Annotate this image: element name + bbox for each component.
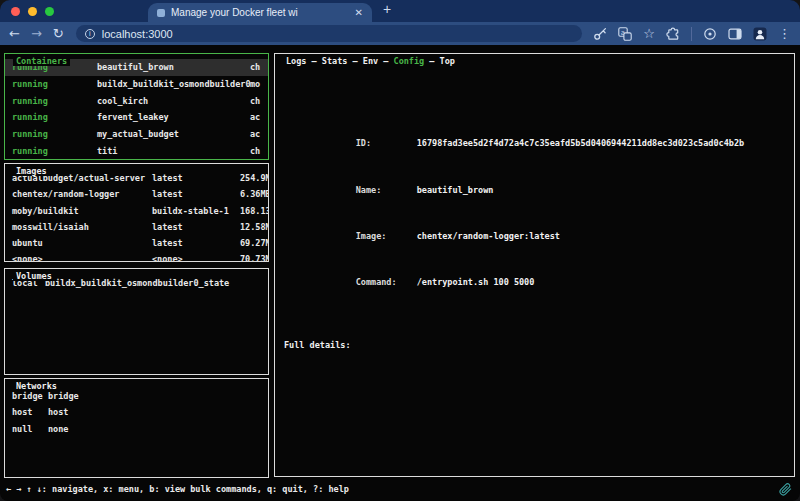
image-name: mosswill/isaiah xyxy=(12,219,152,235)
image-size: 6.36MB xyxy=(240,186,268,202)
image-tag: latest xyxy=(152,186,240,202)
translate-icon[interactable]: a xyxy=(618,27,632,41)
image-row[interactable]: mosswill/isaiah latest 12.58M xyxy=(5,219,268,235)
container-name: buildx_buildkit_osmondbuilder0 xyxy=(97,76,250,93)
image-name: moby/buildkit xyxy=(12,203,152,219)
detail-tab[interactable]: Logs xyxy=(286,56,306,66)
config-line: Created: "2023-12-10T00:21:41.938158712Z… xyxy=(284,468,794,476)
config-yaml: Id: "16798fad3ee5d2f4d72a4c7c35eafd5b5d0… xyxy=(284,382,794,476)
detail-tab[interactable]: — Env xyxy=(347,56,378,66)
help-text: ← → ↑ ↓: navigate, x: menu, b: view bulk… xyxy=(6,484,349,494)
config-overview: ID:16798fad3ee5d2f4d72a4c7c35eafd5b5d040… xyxy=(284,79,794,294)
statusbar: ← → ↑ ↓: navigate, x: menu, b: view bulk… xyxy=(0,480,800,498)
container-config-view: ID:16798fad3ee5d2f4d72a4c7c35eafd5b5d040… xyxy=(275,54,794,476)
volumes-panel: Volumes local buildx_buildkit_osmondbuil… xyxy=(4,268,269,375)
reload-icon[interactable]: ↻ xyxy=(53,27,64,40)
volumes-panel-title[interactable]: Volumes xyxy=(13,271,55,281)
paperclip-link-icon[interactable] xyxy=(779,483,792,496)
network-row[interactable]: host host xyxy=(5,404,268,420)
image-size: 168.13 xyxy=(240,203,268,219)
image-size: 70.73M xyxy=(240,251,268,262)
image-size: 12.58M xyxy=(240,219,268,235)
back-icon[interactable]: ← xyxy=(9,27,20,40)
container-image: mo xyxy=(250,76,261,93)
image-row[interactable]: moby/buildkit buildx-stable-1 168.13 xyxy=(5,203,268,219)
titlebar: Manage your Docker fleet wi ✕ + xyxy=(0,0,800,22)
image-row[interactable]: ubuntu latest 69.27M xyxy=(5,235,268,251)
overview-key: Command: xyxy=(356,274,417,290)
tab-close-icon[interactable]: ✕ xyxy=(355,7,363,18)
container-row[interactable]: running my_actual_budget ac xyxy=(5,126,268,143)
container-name: my_actual_budget xyxy=(97,126,250,143)
networks-panel-title[interactable]: Networks xyxy=(13,381,60,391)
detail-tab[interactable]: — Stats xyxy=(306,56,347,66)
container-row[interactable]: running fervent_leakey ac xyxy=(5,109,268,126)
container-status: running xyxy=(12,143,97,160)
overview-key: Name: xyxy=(356,182,417,198)
tab-title: Manage your Docker fleet wi xyxy=(171,7,349,18)
zoom-window-button[interactable] xyxy=(45,7,54,16)
bookmark-star-icon[interactable]: ☆ xyxy=(643,27,655,40)
image-size: 69.27M xyxy=(240,235,268,251)
container-status: running xyxy=(12,93,97,110)
container-name: titi xyxy=(97,143,250,160)
container-name: cool_kirch xyxy=(97,93,250,110)
browser-tab[interactable]: Manage your Docker fleet wi ✕ xyxy=(148,3,372,22)
network-name: host xyxy=(48,404,261,420)
overview-value: 16798fad3ee5d2f4d72a4c7c35eafd5b5d040694… xyxy=(417,138,745,148)
container-image: ac xyxy=(250,109,261,126)
container-status: running xyxy=(12,76,97,93)
overview-row: Name:beautiful_brown xyxy=(284,165,794,181)
container-row[interactable]: running titi ch xyxy=(5,143,268,160)
image-name: ubuntu xyxy=(12,235,152,251)
tab-favicon-icon xyxy=(157,9,165,17)
container-image: ac xyxy=(250,126,261,143)
overview-value: beautiful_brown xyxy=(417,185,494,195)
side-panel-icon[interactable] xyxy=(728,27,742,41)
window-controls xyxy=(11,7,54,16)
detail-tabs: Logs — Stats — Env — Config — Top xyxy=(283,56,458,66)
image-tag: latest xyxy=(152,170,240,186)
containers-list: running beautiful_brown ch running build… xyxy=(5,59,268,160)
container-status: running xyxy=(12,109,97,126)
extensions-puzzle-icon[interactable] xyxy=(666,27,680,41)
address-bar[interactable]: i localhost:3000 xyxy=(76,25,583,42)
container-image: ch xyxy=(250,143,261,160)
minimize-window-button[interactable] xyxy=(28,7,37,16)
containers-panel-title[interactable]: Containers xyxy=(13,56,70,66)
password-key-icon[interactable] xyxy=(593,27,607,41)
detail-tab[interactable]: — Config xyxy=(378,56,424,66)
detail-tab[interactable]: — Top xyxy=(424,56,455,66)
profile-avatar-icon[interactable] xyxy=(753,27,767,41)
detail-panel: Logs — Stats — Env — Config — Top ID:167… xyxy=(274,53,795,477)
container-image: ch xyxy=(250,93,261,110)
image-tag: <none> xyxy=(152,251,240,262)
kebab-menu-icon[interactable]: ⋮ xyxy=(778,27,791,40)
images-panel: Images actualbudget/actual-server latest… xyxy=(4,163,269,262)
image-row[interactable]: chentex/random-logger latest 6.36MB xyxy=(5,186,268,202)
image-tag: latest xyxy=(152,235,240,251)
overview-key: Image: xyxy=(356,228,417,244)
toolbar-divider xyxy=(691,27,692,41)
image-tag: latest xyxy=(152,219,240,235)
images-list: actualbudget/actual-server latest 254.9M… xyxy=(5,170,268,262)
container-row[interactable]: running buildx_buildkit_osmondbuilder0 m… xyxy=(5,76,268,93)
forward-icon[interactable]: → xyxy=(31,27,42,40)
full-details-label: Full details: xyxy=(284,337,794,353)
networks-list: bridge bridge host host null none xyxy=(5,388,268,437)
containers-panel: Containers running beautiful_brown ch ru… xyxy=(4,53,269,160)
network-driver: host xyxy=(12,404,48,420)
network-row[interactable]: null none xyxy=(5,421,268,437)
image-row[interactable]: <none> <none> 70.73M xyxy=(5,251,268,262)
images-panel-title[interactable]: Images xyxy=(13,166,50,176)
container-row[interactable]: running cool_kirch ch xyxy=(5,93,268,110)
site-info-icon[interactable]: i xyxy=(85,29,95,39)
overview-row: ID:16798fad3ee5d2f4d72a4c7c35eafd5b5d040… xyxy=(284,119,794,135)
networks-panel: Networks bridge bridge host host null xyxy=(4,378,269,478)
close-window-button[interactable] xyxy=(11,7,20,16)
browser-window: Manage your Docker fleet wi ✕ + ← → ↻ i … xyxy=(0,0,800,501)
overview-value: /entrypoint.sh 100 5000 xyxy=(417,277,535,287)
overview-row: Image:chentex/random-logger:latest xyxy=(284,212,794,228)
new-tab-button[interactable]: + xyxy=(383,1,391,17)
extension-icon[interactable] xyxy=(703,27,717,41)
